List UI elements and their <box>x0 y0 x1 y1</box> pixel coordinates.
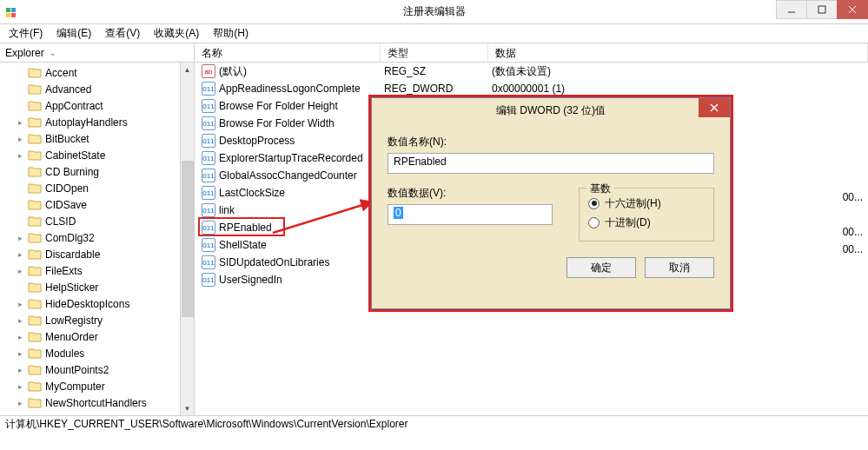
folder-icon <box>28 298 42 309</box>
value-name: Browse For Folder Height <box>219 100 338 112</box>
string-value-icon: ab <box>202 64 215 78</box>
expand-icon[interactable]: ▸ <box>16 349 24 358</box>
radio-dec[interactable]: 十进制(D) <box>588 213 705 232</box>
expand-icon[interactable]: ▸ <box>16 316 24 325</box>
scroll-down-icon[interactable]: ▼ <box>182 401 194 415</box>
col-type[interactable]: 类型 <box>381 43 488 62</box>
edit-dword-dialog: 编辑 DWORD (32 位)值 数值名称(N): RPEnabled 数值数据… <box>371 97 731 309</box>
scroll-up-icon[interactable]: ▲ <box>182 63 194 76</box>
list-header: 名称 类型 数据 <box>195 43 868 63</box>
tree-pane: Explorer ⌄ AccentAdvancedAppContract▸Aut… <box>0 43 195 415</box>
menu-view[interactable]: 查看(V) <box>100 26 145 41</box>
expand-icon[interactable]: ▸ <box>16 151 24 160</box>
ok-button[interactable]: 确定 <box>567 257 636 278</box>
radio-dec-label: 十进制(D) <box>605 215 651 230</box>
expand-icon[interactable]: ▸ <box>16 135 24 143</box>
tree-item[interactable]: ▸NewShortcutHandlers <box>0 394 194 411</box>
tree-item[interactable]: ▸MountPoints2 <box>0 361 194 378</box>
menu-help[interactable]: 帮助(H) <box>208 26 254 41</box>
tree-item[interactable]: ▸MenuOrder <box>0 328 194 345</box>
folder-icon <box>28 265 42 276</box>
tree-item[interactable]: CD Burning <box>0 163 194 180</box>
tree-item[interactable]: AppContract <box>0 97 194 114</box>
expand-icon[interactable]: ▸ <box>16 399 24 407</box>
tree-item-label: AppContract <box>45 100 103 112</box>
maximize-button[interactable] <box>806 0 838 19</box>
tree-item[interactable]: ▸BitBucket <box>0 130 194 147</box>
menu-edit[interactable]: 编辑(E) <box>51 26 96 41</box>
dialog-close-button[interactable] <box>699 98 730 117</box>
folder-icon <box>28 133 42 144</box>
expand-icon[interactable]: ▸ <box>16 267 24 275</box>
tree-item-label: NewShortcutHandlers <box>45 397 147 409</box>
tree-item[interactable]: CIDOpen <box>0 180 194 196</box>
tree-scrollbar[interactable]: ▲ ▼ <box>180 63 194 415</box>
chevron-down-icon: ⌄ <box>50 49 56 57</box>
scroll-thumb[interactable] <box>182 161 194 317</box>
folder-icon <box>28 364 42 375</box>
tree-item[interactable]: ▸FileExts <box>0 262 194 279</box>
expand-icon[interactable]: ▸ <box>16 234 24 242</box>
status-path: 计算机\HKEY_CURRENT_USER\Software\Microsoft… <box>5 417 407 432</box>
tree-item[interactable]: ▸LowRegistry <box>0 312 194 328</box>
value-name: UserSignedIn <box>219 274 282 286</box>
radio-hex[interactable]: 十六进制(H) <box>588 194 705 213</box>
folder-icon <box>28 232 42 243</box>
tree-item[interactable]: HelpSticker <box>0 279 194 295</box>
dword-value-icon: 011 <box>202 186 215 200</box>
expand-icon[interactable]: ▸ <box>16 300 24 308</box>
tree-item[interactable]: ▸Discardable <box>0 246 194 262</box>
dword-value-icon: 011 <box>202 99 215 113</box>
expand-icon[interactable]: ▸ <box>16 250 24 259</box>
value-name: LastClockSize <box>219 187 285 199</box>
expand-icon[interactable]: ▸ <box>16 382 24 391</box>
col-data[interactable]: 数据 <box>488 43 868 62</box>
tree-item-label: CabinetState <box>45 149 105 162</box>
tree-root-label: Explorer <box>5 47 44 59</box>
tree-item[interactable]: CLSID <box>0 213 194 229</box>
value-data: 0x00000001 (1) <box>488 83 868 95</box>
cancel-button[interactable]: 取消 <box>645 257 714 278</box>
expand-icon[interactable]: ▸ <box>16 118 24 127</box>
tree-item[interactable]: ▸ComDlg32 <box>0 229 194 246</box>
dword-value-icon: 011 <box>202 82 215 96</box>
dword-value-icon: 011 <box>202 255 215 269</box>
tree-item-label: Accent <box>45 67 77 79</box>
minimize-button[interactable] <box>776 0 807 19</box>
tree-item[interactable]: ▸HideDesktopIcons <box>0 295 194 312</box>
col-name[interactable]: 名称 <box>195 43 381 62</box>
tree-item[interactable]: ▸MyComputer <box>0 378 194 394</box>
tree-item[interactable]: CIDSave <box>0 196 194 213</box>
menu-file[interactable]: 文件(F) <box>3 26 48 41</box>
svg-rect-0 <box>6 8 10 12</box>
truncated-value: 00... <box>843 243 863 255</box>
folder-icon <box>28 149 42 161</box>
dword-value-icon: 011 <box>202 238 215 252</box>
value-type: REG_DWORD <box>381 83 488 95</box>
list-row[interactable]: ab(默认)REG_SZ(数值未设置) <box>195 63 868 80</box>
close-button[interactable] <box>837 0 868 19</box>
value-name: AppReadinessLogonComplete <box>219 83 361 95</box>
dialog-title-bar[interactable]: 编辑 DWORD (32 位)值 <box>372 98 730 122</box>
tree-item-label: HideDesktopIcons <box>45 298 129 310</box>
tree-item-label: BitBucket <box>45 133 89 145</box>
tree-item-label: CLSID <box>45 215 76 228</box>
list-row[interactable]: 011AppReadinessLogonCompleteREG_DWORD0x0… <box>195 80 868 97</box>
tree-item[interactable]: Accent <box>0 64 194 81</box>
folder-icon <box>28 381 42 392</box>
value-name-input[interactable]: RPEnabled <box>388 153 714 174</box>
dword-value-icon: 011 <box>202 273 215 287</box>
tree-item[interactable]: Advanced <box>0 81 194 97</box>
dialog-title: 编辑 DWORD (32 位)值 <box>496 103 606 118</box>
tree-item[interactable]: ▸AutoplayHandlers <box>0 114 194 130</box>
expand-icon[interactable]: ▸ <box>16 333 24 341</box>
folder-icon <box>28 331 42 342</box>
expand-icon[interactable]: ▸ <box>16 366 24 374</box>
tree-item-label: MenuOrder <box>45 331 98 343</box>
dword-value-icon: 011 <box>202 134 215 148</box>
tree-item[interactable]: ▸Modules <box>0 345 194 361</box>
tree-item[interactable]: ▸CabinetState <box>0 147 194 163</box>
tree-root[interactable]: Explorer ⌄ <box>0 43 194 63</box>
value-data-input[interactable]: 0 <box>388 204 553 225</box>
menu-favorites[interactable]: 收藏夹(A) <box>149 26 204 41</box>
